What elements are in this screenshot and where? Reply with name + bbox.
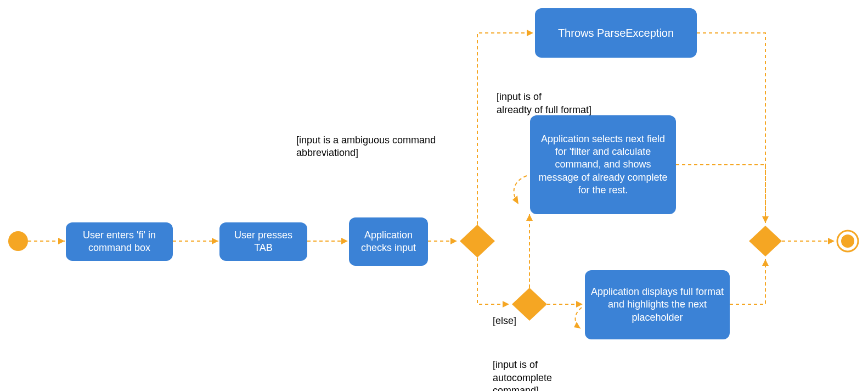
- node-app-checks-input: Application checks input: [349, 217, 428, 266]
- node-app-selects-next-field: Application selects next field for 'filt…: [530, 115, 676, 214]
- guard-text: [input is of autocomplete command]: [493, 359, 552, 391]
- svg-marker-1: [212, 238, 218, 244]
- svg-marker-2: [341, 238, 348, 244]
- node-label: Throws ParseException: [558, 26, 674, 40]
- svg-marker-11: [762, 259, 769, 266]
- node-label: Application checks input: [353, 229, 424, 255]
- guard-text: [input is a ambiguous command abbreviati…: [296, 135, 436, 158]
- node-label: User presses TAB: [224, 229, 303, 255]
- label-ambiguous-abbrev: [input is a ambiguous command abbreviati…: [296, 134, 477, 160]
- svg-marker-4: [527, 30, 533, 36]
- label-else: [else]: [493, 315, 516, 327]
- svg-marker-6: [526, 214, 533, 221]
- node-label: Application selects next field for 'filt…: [534, 133, 672, 197]
- svg-marker-9: [574, 322, 580, 328]
- merge-decision: [749, 226, 782, 256]
- guard-text: [input is of alreadty of full format]: [497, 91, 591, 115]
- end-node-ring: [837, 231, 858, 252]
- diagram-canvas: [0, 0, 868, 391]
- svg-marker-8: [576, 301, 583, 308]
- svg-marker-10: [762, 216, 769, 223]
- svg-marker-3: [450, 238, 457, 244]
- svg-marker-12: [828, 238, 835, 244]
- start-node: [8, 231, 28, 251]
- node-user-enters-fi: User enters 'fi' in command box: [66, 222, 173, 261]
- svg-marker-5: [503, 301, 509, 308]
- decision-1: [460, 225, 495, 258]
- svg-marker-7: [512, 196, 518, 204]
- decision-2: [512, 288, 547, 321]
- node-throws-parse-exception: Throws ParseException: [535, 8, 697, 58]
- label-autocomplete-command: [input is of autocomplete command]: [493, 346, 602, 391]
- label-already-full-format: [input is of alreadty of full format]: [497, 78, 623, 116]
- guard-text: [else]: [493, 315, 516, 326]
- svg-marker-0: [58, 238, 65, 244]
- node-app-displays-full-format: Application displays full format and hig…: [585, 270, 730, 339]
- node-user-presses-tab: User presses TAB: [219, 222, 307, 261]
- node-label: User enters 'fi' in command box: [70, 229, 168, 255]
- node-label: Application displays full format and hig…: [589, 286, 725, 324]
- end-node-core: [841, 234, 854, 248]
